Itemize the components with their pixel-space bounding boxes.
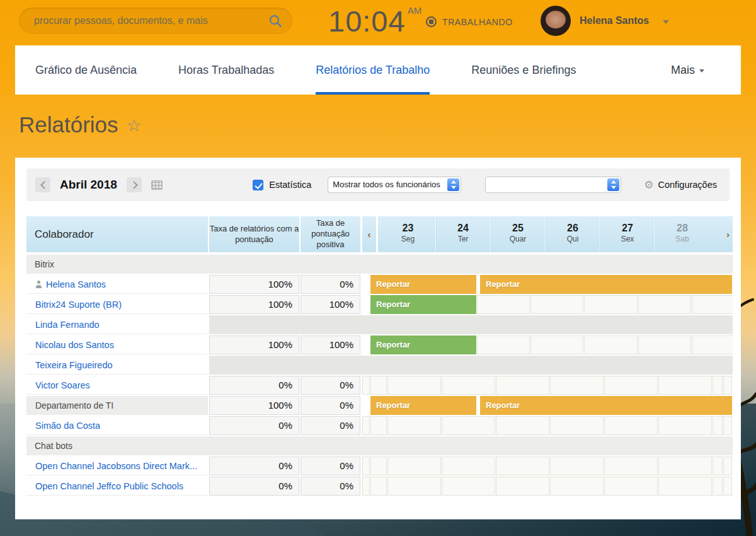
- collaborator-link[interactable]: Linda Fernando: [35, 320, 100, 330]
- day-header: 23Seg: [381, 216, 435, 252]
- day-cell: [604, 457, 658, 475]
- statistics-label: Estatística: [269, 180, 311, 190]
- person-icon: [35, 281, 42, 288]
- day-name: Seg: [381, 235, 435, 243]
- statistics-checkbox[interactable]: [253, 180, 263, 190]
- report-button[interactable]: Reportar: [370, 295, 476, 314]
- reports-table: Colaborador Taxa de relatórios com a pon…: [26, 216, 733, 497]
- next-month-button[interactable]: [127, 177, 142, 192]
- work-status[interactable]: TRABALHANDO: [426, 16, 513, 27]
- employee-filter-select[interactable]: Mostrar todos os funcionários: [328, 177, 461, 193]
- grid-pad: [362, 295, 370, 314]
- day-cell: [496, 416, 549, 435]
- report-rate-cell: 0%: [209, 376, 299, 395]
- day-cell: [604, 477, 658, 496]
- day-grid: Reportar: [362, 335, 733, 354]
- day-cell: [496, 376, 549, 395]
- day-number: 27: [600, 223, 655, 234]
- day-cell: [723, 457, 732, 475]
- table-row: Simão da Costa0%0%: [26, 416, 733, 435]
- favorite-star-icon[interactable]: ☆: [127, 115, 142, 136]
- search-placeholder: procurar pessoas, documentos, e mais: [34, 15, 268, 26]
- collaborator-link[interactable]: Victor Soares: [35, 380, 90, 390]
- collaborator-cell: Open Channel Jeffco Public Schools: [26, 477, 208, 496]
- positive-rate-column-header: Taxa de pontuação positiva: [301, 216, 360, 252]
- collaborator-cell: Linda Fernando: [26, 315, 208, 334]
- positive-rate-cell: 100%: [301, 335, 360, 354]
- collaborator-link[interactable]: Bitrix24 Suporte (BR): [35, 300, 122, 310]
- day-cell: [387, 457, 441, 475]
- tab-more[interactable]: Mais: [671, 45, 704, 95]
- scroll-left-button[interactable]: ‹: [362, 216, 376, 252]
- tab-horas-trabalhadas[interactable]: Horas Trabalhadas: [178, 45, 274, 95]
- report-rate-cell: 100%: [209, 396, 299, 415]
- calendar-icon[interactable]: [151, 180, 163, 190]
- report-rate-cell: 0%: [209, 477, 299, 496]
- day-cell: [362, 477, 370, 496]
- day-cell: [530, 335, 583, 354]
- collaborator-cell: Departamento de TI: [26, 396, 208, 415]
- day-grid: [362, 477, 733, 496]
- day-cell: [477, 335, 530, 354]
- table-row: Nicolau dos Santos100%100%Reportar: [26, 335, 733, 354]
- report-button[interactable]: Reportar: [480, 396, 732, 415]
- collaborator-link[interactable]: Open Channel Jeffco Public Schools: [35, 481, 183, 491]
- collaborator-cell: Bitrix24 Suporte (BR): [26, 295, 208, 314]
- table-row: Teixeira Figueiredo: [26, 356, 733, 375]
- grid-pad: [362, 396, 370, 415]
- day-cell: [658, 416, 712, 435]
- day-cell: [370, 416, 387, 435]
- search-input[interactable]: procurar pessoas, documentos, e mais: [19, 8, 292, 34]
- report-button[interactable]: Reportar: [370, 396, 476, 415]
- tab-reunio-es-e-briefings[interactable]: Reuniões e Briefings: [471, 45, 576, 95]
- grid-pad: [477, 396, 479, 415]
- day-name: Qui: [546, 235, 600, 243]
- user-menu-caret-icon[interactable]: [663, 20, 669, 24]
- day-cell: [658, 376, 712, 395]
- day-cell: [496, 457, 549, 475]
- day-cell: [604, 416, 658, 435]
- tab-gra-fico-de-ause-ncia[interactable]: Gráfico de Ausência: [35, 45, 137, 95]
- chevron-down-icon: [699, 69, 704, 73]
- report-rate-column-header: Taxa de relatórios com a pontuação: [209, 216, 299, 252]
- search-icon[interactable]: [268, 14, 282, 28]
- user-name[interactable]: Helena Santos: [580, 15, 649, 26]
- secondary-filter-select[interactable]: [485, 177, 621, 193]
- user-avatar[interactable]: [541, 6, 571, 36]
- day-cell: [692, 335, 733, 354]
- collaborator-link[interactable]: Open Channel Jacobsons Direct Mark...: [35, 461, 197, 471]
- day-cell: [638, 295, 691, 314]
- collaborator-link[interactable]: Simão da Costa: [35, 421, 100, 431]
- collaborator-link[interactable]: Nicolau dos Santos: [35, 340, 114, 350]
- prev-month-button[interactable]: [35, 177, 50, 192]
- tab-relato-rios-de-trabalho[interactable]: Relatórios de Trabalho: [316, 45, 430, 95]
- collaborator-column-header: Colaborador: [26, 216, 208, 252]
- report-button[interactable]: Reportar: [370, 335, 476, 354]
- day-cell: [604, 376, 658, 395]
- collaborator-link[interactable]: Helena Santos: [46, 279, 106, 289]
- day-cell: [584, 295, 638, 314]
- grid-pad: [362, 275, 370, 294]
- day-name: Sex: [600, 235, 655, 243]
- toolbar: Abril 2018 Estatística Mostrar todos os …: [26, 168, 730, 201]
- day-cell: [442, 477, 495, 496]
- settings-label[interactable]: Configurações: [658, 180, 718, 190]
- scroll-right-button[interactable]: ›: [726, 216, 733, 252]
- day-cell: [362, 376, 370, 395]
- day-header: 27Sex: [600, 216, 655, 252]
- day-cell: [658, 477, 712, 496]
- select-spinner-icon: [447, 178, 459, 191]
- day-grid: [362, 376, 733, 395]
- report-button[interactable]: Reportar: [370, 275, 476, 294]
- empty-strip: [209, 356, 733, 375]
- day-header: 25Quar: [490, 216, 545, 252]
- gear-icon[interactable]: ⚙: [644, 180, 653, 190]
- day-cell: [638, 335, 691, 354]
- department-name: Departamento de TI: [35, 400, 113, 411]
- main-panel: Abril 2018 Estatística Mostrar todos os …: [15, 158, 741, 520]
- day-name: Sab: [655, 235, 709, 243]
- report-button[interactable]: Reportar: [480, 275, 732, 294]
- day-header: 24Ter: [435, 216, 490, 252]
- collaborator-link[interactable]: Teixeira Figueiredo: [35, 360, 113, 370]
- chevron-left-icon: ‹: [368, 229, 371, 240]
